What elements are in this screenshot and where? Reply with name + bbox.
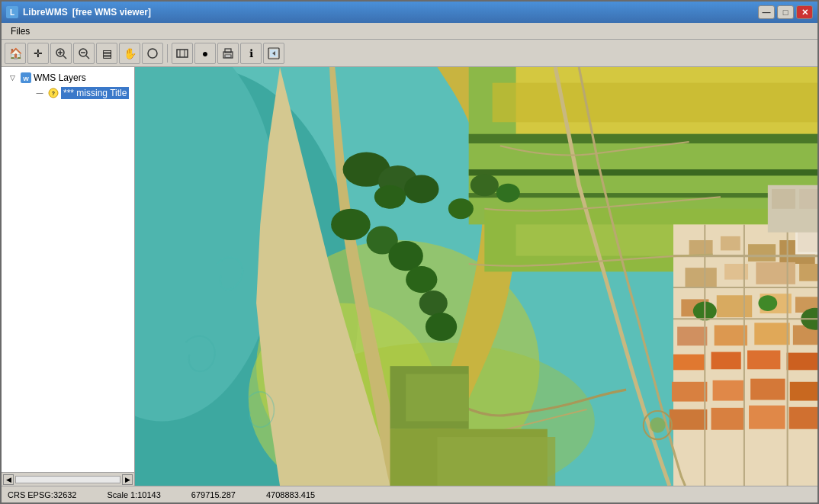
svg-rect-60 <box>749 406 785 429</box>
title-bar-left: L LibreWMS [free WMS viewer] <box>6 6 151 18</box>
maximize-button[interactable]: □ <box>777 5 794 19</box>
zoom-in-button[interactable] <box>50 43 72 64</box>
export-button[interactable] <box>263 43 284 64</box>
app-subtitle: [free WMS viewer] <box>72 7 151 18</box>
main-content: ▽ W WMS Layers — <box>2 67 817 486</box>
title-bar: L LibreWMS [free WMS viewer] — □ ✕ <box>2 2 817 23</box>
map-area[interactable] <box>135 67 817 486</box>
expand-icon: ▽ <box>6 72 18 84</box>
svg-line-1 <box>63 56 66 59</box>
svg-rect-53 <box>787 353 817 371</box>
svg-rect-11 <box>225 55 231 57</box>
scroll-right-button[interactable]: ▶ <box>122 474 133 485</box>
svg-rect-46 <box>677 327 707 346</box>
coord-x-status: 679715.287 <box>191 490 236 499</box>
svg-rect-56 <box>750 379 785 400</box>
toolbar-separator-1 <box>167 44 168 63</box>
svg-rect-55 <box>713 380 744 401</box>
wms-layers-root[interactable]: ▽ W WMS Layers <box>5 70 131 85</box>
wms-layers-label: WMS Layers <box>34 72 86 83</box>
svg-rect-28 <box>469 134 817 143</box>
map-canvas[interactable] <box>135 67 817 486</box>
svg-rect-90 <box>799 189 817 209</box>
svg-point-81 <box>650 417 666 433</box>
pan-button[interactable]: ✋ <box>119 43 140 64</box>
svg-rect-34 <box>689 240 713 256</box>
svg-rect-41 <box>799 264 817 281</box>
svg-point-63 <box>758 295 777 311</box>
svg-point-93 <box>404 175 438 203</box>
layers-panel: ▽ W WMS Layers — <box>2 67 135 486</box>
missing-layer-item[interactable]: — ? *** missing Title <box>5 85 131 101</box>
svg-point-71 <box>331 209 371 240</box>
move-button[interactable]: ✛ <box>27 43 49 64</box>
svg-rect-47 <box>715 325 747 345</box>
svg-rect-38 <box>685 268 716 287</box>
svg-rect-57 <box>790 382 817 401</box>
menu-files[interactable]: Files <box>5 24 36 38</box>
scroll-left-button[interactable]: ◀ <box>3 474 14 485</box>
app-title: LibreWMS <box>23 7 68 18</box>
svg-rect-40 <box>756 262 795 284</box>
svg-rect-85 <box>437 437 555 486</box>
home-button[interactable]: 🏠 <box>5 43 26 64</box>
app-icon: L <box>6 6 18 18</box>
svg-rect-54 <box>672 382 707 402</box>
tree-root: ▽ W WMS Layers — <box>5 70 131 101</box>
wms-icon: W <box>20 72 32 84</box>
svg-rect-89 <box>772 189 795 209</box>
svg-point-76 <box>426 313 457 341</box>
crs-status: CRS EPSG:32632 <box>8 490 77 499</box>
info-button[interactable]: ℹ <box>240 43 262 64</box>
svg-point-74 <box>406 266 437 293</box>
status-bar: CRS EPSG:32632 Scale 1:10143 679715.287 … <box>2 486 817 502</box>
dot-button[interactable]: ● <box>194 43 216 64</box>
circle-button[interactable] <box>142 43 163 64</box>
scale-status: Scale 1:10143 <box>108 490 161 499</box>
svg-point-79 <box>448 198 474 219</box>
layer-icon: ? <box>47 87 59 99</box>
scroll-track[interactable] <box>15 476 120 483</box>
svg-point-7 <box>148 49 157 58</box>
svg-rect-61 <box>789 407 817 429</box>
zoom-out-button[interactable] <box>73 43 95 64</box>
svg-rect-8 <box>177 50 188 57</box>
svg-rect-59 <box>711 408 744 430</box>
close-button[interactable]: ✕ <box>796 5 813 19</box>
svg-rect-58 <box>670 409 708 430</box>
layer-tree[interactable]: ▽ W WMS Layers — <box>2 67 134 472</box>
svg-rect-51 <box>711 352 741 370</box>
svg-point-75 <box>419 291 448 316</box>
layer-expand-icon: — <box>34 87 46 99</box>
svg-rect-48 <box>754 323 789 345</box>
svg-point-73 <box>388 241 422 271</box>
svg-point-94 <box>374 185 406 209</box>
svg-rect-83 <box>406 374 469 421</box>
layer-button[interactable]: ▤ <box>96 43 117 64</box>
svg-rect-36 <box>748 244 776 262</box>
svg-rect-50 <box>673 355 705 371</box>
panel-scrollbar[interactable]: ◀ ▶ <box>2 472 134 486</box>
svg-text:W: W <box>23 75 29 82</box>
window-controls: — □ ✕ <box>758 5 813 19</box>
main-window: L LibreWMS [free WMS viewer] — □ ✕ Files… <box>0 0 819 504</box>
svg-rect-29 <box>469 169 817 175</box>
svg-point-77 <box>471 174 499 196</box>
print-button[interactable] <box>217 43 239 64</box>
map-button[interactable] <box>172 43 193 64</box>
svg-rect-52 <box>747 351 780 370</box>
svg-rect-30 <box>469 193 817 197</box>
svg-text:?: ? <box>52 91 55 96</box>
svg-rect-35 <box>721 236 740 251</box>
svg-rect-27 <box>493 83 817 123</box>
minimize-button[interactable]: — <box>758 5 775 19</box>
menu-bar: Files <box>2 23 817 40</box>
svg-point-78 <box>496 184 520 203</box>
svg-line-5 <box>86 56 89 59</box>
coord-y-status: 4708883.415 <box>266 490 315 499</box>
svg-rect-43 <box>717 295 752 317</box>
missing-layer-label: *** missing Title <box>61 87 129 99</box>
toolbar: 🏠 ✛ ▤ ✋ ● ℹ <box>2 40 817 67</box>
